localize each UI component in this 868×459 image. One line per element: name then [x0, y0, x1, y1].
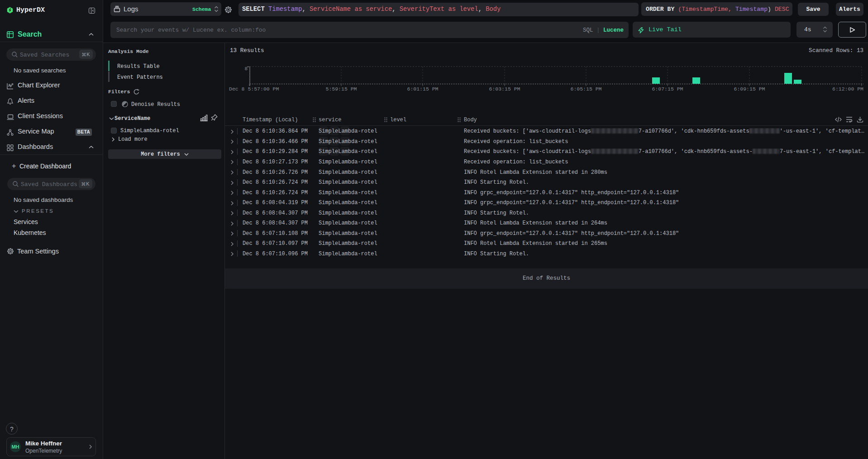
svg-text:5:59:15 PM: 5:59:15 PM — [325, 86, 357, 92]
svg-text:6:12:00 PM: 6:12:00 PM — [832, 86, 863, 92]
svg-text:6:09:15 PM: 6:09:15 PM — [734, 86, 765, 92]
svg-text:6:05:15 PM: 6:05:15 PM — [570, 86, 601, 92]
svg-text:6:01:15 PM: 6:01:15 PM — [407, 86, 438, 92]
svg-text:Dec 8 5:57:00 PM: Dec 8 5:57:00 PM — [229, 86, 279, 92]
svg-text:6:07:15 PM: 6:07:15 PM — [652, 86, 683, 92]
svg-text:6:03:15 PM: 6:03:15 PM — [489, 86, 520, 92]
